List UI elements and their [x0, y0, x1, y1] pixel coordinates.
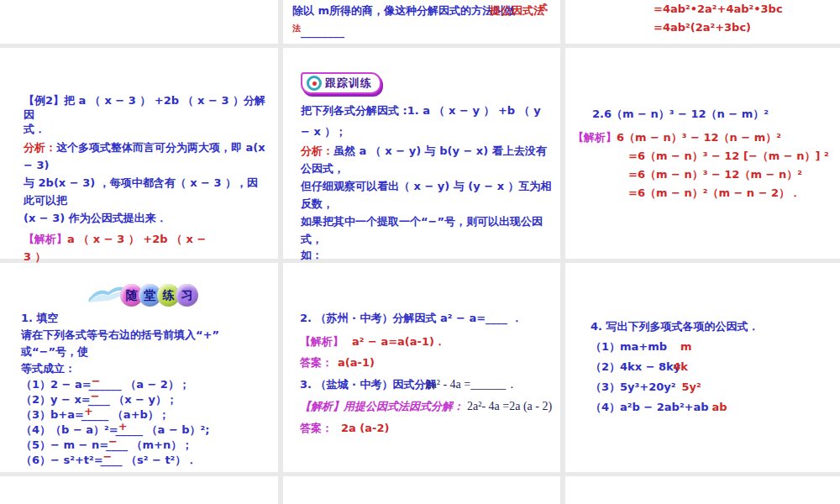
- analysis-line: (x − 3) 作为公因式提出来．: [24, 209, 268, 227]
- analysis-text: 这个多项式整体而言可分为两大项，即 a(x − 3): [24, 141, 265, 171]
- analysis-line: 分析：这个多项式整体而言可分为两大项，即 a(x − 3): [24, 139, 268, 174]
- tracking-badge: 跟踪训练: [301, 72, 381, 94]
- fill-item: （6）− s²+t²=−____ （s² − t²）．: [21, 453, 271, 468]
- example-title-wrap: 式．: [24, 122, 268, 136]
- fill-item: （4）（b − a）²=+_____ （a − b）²;: [21, 423, 271, 438]
- badge-char: 习: [176, 284, 198, 307]
- analysis-label: 分析：: [24, 141, 56, 154]
- analysis-text: 虽然 a （ x − y) 与 b(y − x) 看上去没有公因式，: [301, 144, 547, 175]
- answer-label: 答案：: [300, 356, 333, 369]
- fill-item-post: _____ （a − b）²;: [116, 423, 210, 436]
- problem-intro: 把下列各式分解因式 :1. a （ x − y ） +b （ y − x ）；: [301, 100, 554, 142]
- fill-item-pre: （2）y − x=: [21, 393, 91, 406]
- analysis-line: 与 2b(x − 3) ，每项中都含有（ x − 3 ），因此可以把: [24, 174, 268, 209]
- fill-item-pre: （5）− m − n=: [21, 438, 108, 451]
- fill-item-post: _____ （a+b）；: [81, 408, 170, 421]
- section-title: 1. 填空: [21, 310, 271, 327]
- question-text: 3. （盐城 · 中考）因式分解: [300, 378, 437, 391]
- fill-item-pre: （6）− s²+t²=: [21, 454, 103, 466]
- answer-overlay: 提公因式法: [490, 4, 544, 17]
- slide-method-definition: 除以 m所得的商，像这种分解因式的方法叫做提公因式法式法________ __．: [283, 0, 560, 44]
- analysis-line: 如：: [301, 248, 554, 263]
- fill-item-pre: （4）（b − a）²=: [21, 423, 118, 436]
- fill-item-answer: −: [92, 375, 101, 387]
- solution-text: 2a²- 4a =2a (a - 2): [467, 400, 552, 412]
- factor-expression: （4）a²b − 2ab²+ab: [591, 401, 709, 413]
- fill-item-post: ____ （m+n）；: [106, 438, 192, 451]
- factor-answer: 5y²: [681, 381, 701, 393]
- exam-question: 2. （苏州 · 中考）分解因式 a² − a=____ ．: [300, 310, 555, 327]
- slide-blank-bottom-right: [565, 476, 840, 504]
- answer-line: 答案：2a (a-2): [300, 421, 555, 436]
- blank-line: ________: [301, 25, 344, 38]
- solution-step: =6（m − n）³ − 12（m − n）²: [573, 165, 837, 184]
- fill-item-answer: −: [91, 390, 100, 402]
- answer-label: 答案：: [300, 422, 333, 434]
- factor-item: （2）4kx − 8ky4k: [591, 357, 835, 377]
- slide-problem-mn: 2.6（m − n）³ − 12（n − m）² 【解析】6（m − n）³ −…: [565, 48, 840, 259]
- problem-question: 2.6（m − n）³ − 12（n − m）²: [573, 105, 837, 123]
- equation-step: =4ab²(2a²+3bc): [654, 18, 837, 37]
- slide-factoring-steps: =4ab²•2a²+4ab²•3bc =4ab²(2a²+3bc): [565, 0, 840, 44]
- slide-exam-problems: 2. （苏州 · 中考）分解因式 a² − a=____ ． 【解析】a² − …: [283, 263, 560, 472]
- definition-text: 除以 m所得的商，像这种分解因式的方法叫做: [292, 4, 515, 17]
- answer-text: a(a-1): [338, 356, 375, 369]
- fill-item-answer: +: [118, 420, 128, 433]
- example-title: 【例2】把 a （ x − 3 ） +2b （ x − 3 ）分解因: [24, 93, 268, 122]
- fill-item-post: ______ （a − 2）；: [89, 378, 190, 391]
- fill-item: （5）− m − n=−____ （m+n）；: [21, 438, 271, 453]
- solution-label: 【解析】: [300, 335, 344, 348]
- factor-expression: （3）5y³+20y²: [591, 381, 675, 393]
- fill-item-answer: −: [103, 450, 113, 463]
- factor-answer: 4k: [673, 360, 688, 373]
- target-icon: [307, 76, 322, 91]
- factor-expression: （1）ma+mb: [591, 340, 667, 353]
- factor-item: （4）a²b − 2ab²+abab: [591, 397, 835, 417]
- slide-blank-top-left: [0, 0, 278, 44]
- target-dot-icon: [312, 81, 317, 86]
- analysis-label: 分析：: [301, 144, 333, 157]
- factor-answer: ab: [712, 401, 727, 413]
- slide-grid: 除以 m所得的商，像这种分解因式的方法叫做提公因式法式法________ __．…: [0, 0, 840, 504]
- slide-example2: 【例2】把 a （ x − 3 ） +2b （ x − 3 ）分解因 式． 分析…: [0, 48, 278, 259]
- solution-text: a （ x − 3 ） +2b （ x −: [67, 233, 206, 245]
- solution-label: 【解析】用提公因式法因式分解：: [300, 400, 464, 412]
- fill-item-pre: （3）b+a=: [21, 408, 84, 421]
- tracking-badge-label: 跟踪训练: [325, 76, 372, 91]
- equation-step: =4ab²•2a²+4ab²•3bc: [654, 0, 837, 18]
- fill-item: （2）y − x=−____ （x − y）；: [21, 392, 271, 407]
- solution-line: 【解析】a （ x − 3 ） +2b （ x −: [24, 230, 268, 248]
- solution-text: a² − a=a(a-1)．: [352, 335, 445, 348]
- question-expression: 2a² - 4a =______．: [426, 378, 518, 391]
- solution-step: =6（m − n）³ − 12 [−（m − n）] ²: [573, 147, 837, 165]
- classroom-badge: 随 堂 练 习: [87, 281, 198, 309]
- solution-line: 【解析】a² − a=a(a-1)．: [300, 334, 555, 349]
- slide-tracking-training: 跟踪训练 把下列各式分解因式 :1. a （ x − y ） +b （ y − …: [283, 48, 560, 259]
- factor-item: （1）ma+mbm: [591, 337, 835, 357]
- analysis-line: 但仔细观察可以看出（ x − y) 与 (y − x ）互为相反数，: [301, 177, 554, 213]
- instruction-line: 请在下列各式等号右边的括号前填入“+” 或“−”号，使: [21, 327, 271, 360]
- factor-item: （3）5y³+20y²5y²: [591, 377, 835, 397]
- answer-text: 2a (a-2): [341, 422, 389, 434]
- solution-result: =6（m − n）²（m − n − 2）．: [573, 184, 837, 202]
- solution-label: 【解析】: [24, 233, 67, 245]
- solution-line: 【解析】用提公因式法因式分解：2a²- 4a =2a (a - 2): [300, 399, 555, 414]
- definition-line: 除以 m所得的商，像这种分解因式的方法叫做提公因式法式法________: [292, 1, 555, 43]
- slide-common-factors: 4. 写出下列多项式各项的公因式． （1）ma+mbm （2）4kx − 8ky…: [565, 263, 840, 472]
- analysis-line: 分析：虽然 a （ x − y) 与 b(y − x) 看上去没有公因式，: [301, 142, 554, 177]
- answer-line: 答案：a(a-1): [300, 355, 555, 370]
- slide-classroom-practice: 随 堂 练 习 1. 填空 请在下列各式等号右边的括号前填入“+” 或“−”号，…: [0, 263, 278, 472]
- solution-label: 【解析】: [573, 131, 617, 144]
- fill-item-post: ____ （x − y）；: [88, 393, 177, 406]
- fill-item-answer: +: [84, 405, 93, 417]
- exam-question: 3. （盐城 · 中考）因式分解2a² - 4a =______．: [300, 377, 555, 392]
- factor-expression: （2）4kx − 8ky: [591, 360, 680, 373]
- fill-item: （1）2 − a=−______ （a − 2）；: [21, 377, 271, 392]
- factor-answer: m: [680, 340, 692, 353]
- fill-item-pre: （1）2 − a=: [21, 378, 92, 391]
- slide-blank-bottom-left: [0, 476, 278, 504]
- fill-item: （3）b+a=+_____ （a+b）；: [21, 407, 271, 423]
- slide-blank-bottom-middle: [283, 476, 560, 504]
- solution-line: 【解析】6（m − n）³ − 12（n − m）²: [573, 129, 837, 147]
- solution-text: 6（m − n）³ − 12（n − m）²: [617, 131, 781, 144]
